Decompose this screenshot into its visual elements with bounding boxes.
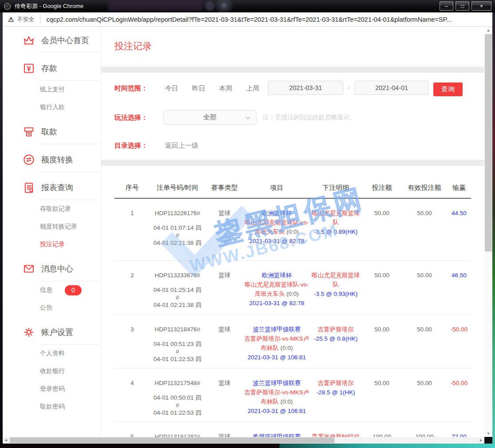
window-title: 传奇彩票 - Google Chrome — [15, 2, 83, 10]
sidebar-item-messages[interactable]: 信息 0 — [3, 281, 101, 299]
horizontal-scrollbar-thumb[interactable] — [10, 437, 334, 443]
sidebar-item-label: 报表查询 — [41, 182, 73, 193]
sidebar-item-label: 存款 — [41, 63, 57, 74]
desktop-wallpaper-edge — [279, 444, 495, 448]
cell-sport: 篮球 — [205, 422, 244, 437]
table-row: 1 HDP113226176# 04-01 01:07:14 四 # 04-01… — [114, 199, 471, 261]
sidebar-item-deposit-withdraw-records[interactable]: 存取款记录 — [3, 200, 101, 218]
vertical-scrollbar[interactable]: ▲ ▼ — [484, 27, 492, 437]
cell-amount: 50.00 — [362, 315, 402, 368]
sidebar-item-deposit[interactable]: 存款 — [3, 53, 101, 80]
cell-amount: 50.00 — [362, 261, 402, 314]
cell-order-time: HDP113218476# 04-01 00:51:23 四 # 04-01 0… — [150, 315, 205, 368]
sidebar-item-withdraw-password[interactable]: 取款密码 — [3, 398, 101, 416]
sidebar-item-label: 额度转换 — [41, 154, 73, 165]
cell-valid-amount: 50.00 — [402, 369, 447, 422]
sidebar-item-transfer-records[interactable]: 额度转换记录 — [3, 218, 101, 236]
cell-event: 波兰篮球甲级联赛 吉普萨斯塔尔-vs-MKS卢布林队 (0:0) 2021-03… — [244, 369, 310, 422]
sidebar-item-label: 消息中心 — [41, 263, 73, 274]
page-title: 投注记录 — [101, 27, 484, 52]
cell-bet-detail: 普罗米修斯帕特拉斯队 5.5 @ 0.77(HK) — [310, 422, 362, 437]
cell-amount: 50.00 — [362, 199, 402, 260]
cell-sport: 篮球 — [205, 369, 244, 422]
sidebar-item-profile[interactable]: 个人资料 — [3, 345, 101, 362]
address-divider — [40, 16, 40, 23]
cell-amount: 100.00 — [362, 422, 402, 437]
date-from-input[interactable]: 2021-03-31 — [268, 81, 343, 95]
sidebar-item-reports[interactable]: 报表查询 — [3, 172, 101, 200]
cell-valid-amount: 100.00 — [402, 422, 447, 437]
page-url[interactable]: cqcp2.com/chuanQiCPLoginWeb/app/reportDe… — [46, 16, 452, 23]
window-titlebar: 传奇彩票 - Google Chrome – □ × — [0, 0, 495, 12]
not-secure-warning-icon[interactable]: ⚠ — [8, 16, 14, 24]
sidebar-item-login-password[interactable]: 登录密码 — [3, 380, 101, 398]
cell-seq: 3 — [114, 315, 150, 368]
message-icon — [22, 262, 35, 275]
cell-event: 欧洲篮球杯 喀山尤尼克斯篮球队-vs-库班火车头 (0:0) 2021-03-3… — [244, 261, 310, 314]
scroll-up-arrow[interactable]: ▲ — [484, 27, 492, 34]
sidebar-item-receiving-bank[interactable]: 收款银行 — [3, 362, 101, 380]
maximize-button[interactable]: □ — [456, 1, 469, 11]
table-row: 2 HDP113233678# 04-01 01:25:14 四 # 04-01… — [114, 261, 471, 315]
close-button[interactable]: × — [471, 1, 491, 11]
screen: 传奇彩票 - Google Chrome – □ × ⚠ 不安全 cqcp2.c… — [0, 0, 495, 448]
sidebar-item-online-pay[interactable]: 线上支付 — [3, 81, 101, 98]
date-range-separator: - — [348, 84, 350, 91]
scroll-right-arrow[interactable]: ► — [478, 437, 484, 444]
site-favicon-icon — [4, 3, 11, 10]
cell-event: 波兰篮球甲级联赛 吉普萨斯塔尔-vs-MKS卢布林队 (0:0) 2021-03… — [244, 315, 310, 368]
cell-valid-amount: 50.00 — [402, 261, 447, 314]
sidebar-item-withdraw[interactable]: 取款 — [3, 116, 101, 144]
scroll-down-arrow[interactable]: ▼ — [484, 430, 492, 437]
quick-link-yesterday[interactable]: 昨日 — [192, 84, 205, 93]
quick-link-last-week[interactable]: 上周 — [246, 84, 259, 93]
sidebar-item-account-settings[interactable]: 账户设置 — [3, 317, 101, 344]
quick-link-today[interactable]: 今日 — [165, 84, 178, 93]
cell-order-time: HDP113233678# 04-01 01:25:14 四 # 04-01 0… — [150, 261, 205, 314]
chevron-down-icon — [245, 114, 250, 119]
quick-link-this-week[interactable]: 本周 — [219, 84, 232, 93]
sidebar-item-bet-records[interactable]: 投注记录 — [3, 236, 101, 253]
back-up-level-link[interactable]: 返回上一级 — [165, 141, 198, 150]
winloss-value: 77.00 — [447, 422, 471, 437]
date-to-input[interactable]: 2021-04-01 — [354, 81, 429, 95]
vertical-scrollbar-thumb[interactable] — [485, 34, 492, 252]
cell-seq: 1 — [114, 199, 150, 260]
scroll-left-arrow[interactable]: ◄ — [3, 437, 9, 444]
query-button[interactable]: 查询 — [433, 83, 463, 96]
transfer-icon — [22, 153, 35, 166]
horizontal-scrollbar[interactable]: ◄ ► — [3, 437, 484, 444]
window-left-border — [0, 12, 3, 444]
background-window-edge — [0, 444, 279, 448]
table-row: 5 HDP113181282# 03-31 23:24:41 三 篮球 希腊篮球… — [114, 422, 471, 437]
cell-bet-detail: 喀山尤尼克斯篮球队 -3.5 @ 0.93(HK) — [310, 261, 362, 314]
play-select-label: 玩法选择： — [114, 114, 148, 122]
play-select-dropdown[interactable]: 全部 — [163, 110, 256, 125]
cell-order-time: HDP113226176# 04-01 01:07:14 四 # 04-01 0… — [150, 199, 205, 260]
filter-panel: 时间范围： 今日 昨日 本周 上周 2021-03-31 - 2021-04-0… — [101, 73, 484, 160]
cell-amount: 50.00 — [362, 369, 402, 422]
cell-bet-detail: 喀山尤尼克斯篮球队 -3.5 @ 0.89(HK) — [310, 199, 362, 260]
window-right-border — [492, 12, 495, 444]
sidebar-item-label: 会员中心首页 — [41, 35, 89, 46]
cell-event: 希腊篮球甲级联赛 普罗米修斯帕特拉斯队-vs-阿里斯 — [244, 422, 310, 437]
sidebar-item-member-home[interactable]: 会员中心首页 — [3, 27, 101, 52]
cell-seq: 5 — [114, 422, 150, 437]
minimize-button[interactable]: – — [440, 1, 453, 11]
records-table-panel: 序号 注单号码/时间 赛事类型 项目 下注明细 投注额 有效投注额 输赢 1 H… — [101, 166, 484, 437]
cell-bet-detail: 吉普萨斯塔尔 -25.5 @ 0.8(HK) — [310, 315, 362, 368]
browser-address-bar[interactable]: ⚠ 不安全 cqcp2.com/chuanQiCPLoginWeb/app/re… — [0, 12, 495, 27]
table-row: 4 HDP113217548# 04-01 00:50:01 四 # 04-01… — [114, 369, 471, 422]
cell-order-time: HDP113181282# 03-31 23:24:41 三 — [150, 422, 205, 437]
table-header-row: 序号 注单号码/时间 赛事类型 项目 下注明细 投注额 有效投注额 输赢 — [114, 166, 471, 199]
sidebar: 会员中心首页 存款 线上支付 银行入款 — [3, 27, 101, 437]
background-window-button — [218, 0, 230, 12]
sidebar-item-bank-deposit[interactable]: 银行入款 — [3, 98, 101, 116]
sidebar-item-message-center[interactable]: 消息中心 — [3, 253, 101, 281]
background-window-shape — [205, 1, 215, 11]
unread-count-badge: 0 — [65, 285, 82, 295]
sidebar-item-credit-transfer[interactable]: 额度转换 — [3, 144, 101, 172]
cell-event: 欧洲篮球杯 喀山尤尼克斯篮球队-vs-库班火车头 (0:0) 2021-03-3… — [244, 199, 310, 260]
sidebar-item-announcements[interactable]: 公告 — [3, 299, 101, 317]
not-secure-label[interactable]: 不安全 — [17, 16, 34, 24]
